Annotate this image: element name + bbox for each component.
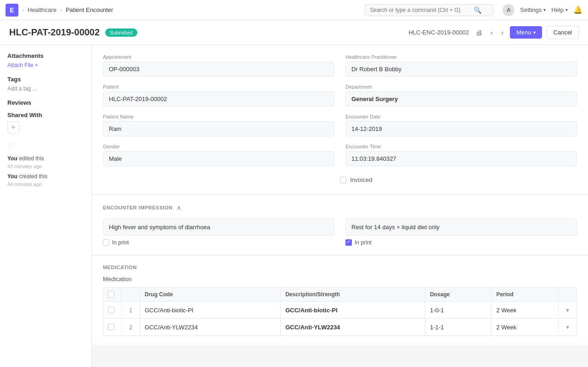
encounter-time-label: Encounter Time: [345, 144, 577, 149]
sidebar: Attachments Attach File + Tags Add a tag…: [0, 45, 92, 367]
row-drug-code-0: GCC/Anti-biotic-PI: [140, 302, 281, 319]
medication-table: Drug Code Description/Strength Dosage Pe…: [103, 287, 577, 336]
page-header: HLC-PAT-2019-00002 Submitted HLC-ENC-201…: [0, 20, 588, 45]
help-link[interactable]: Help ▾: [551, 6, 568, 13]
patient-name-value: Ram: [103, 121, 334, 136]
gender-field: Gender Male: [103, 144, 334, 166]
col-num: [122, 288, 140, 302]
row-checkbox-0[interactable]: [108, 307, 114, 313]
col-actions: [559, 288, 577, 302]
treatment-print-row: In print: [345, 239, 577, 246]
row-drug-code-1: GCC/Anti-YLW2234: [140, 319, 281, 336]
status-badge: Submitted: [105, 28, 137, 37]
patient-value: HLC-PAT-2019-00002: [103, 91, 334, 107]
gender-label: Gender: [103, 144, 334, 149]
tags-title: Tags: [7, 76, 84, 83]
shared-with-title: Shared With: [7, 112, 84, 119]
medication-section-title: MEDICATION: [103, 265, 577, 270]
complaint-field: High fever and symptoms of diarrhoea In …: [103, 219, 334, 246]
practitioner-label: Healthcare Practitioner: [345, 54, 577, 60]
complaint-print-checkbox[interactable]: [103, 239, 109, 246]
col-checkbox: [103, 288, 122, 302]
breadcrumb-healthcare[interactable]: Healthcare: [28, 6, 57, 13]
encounter-date-value: 14-12-2019: [345, 121, 577, 136]
department-value: General Surgery: [345, 91, 577, 107]
row-description-0: GCC/Anti-biotic-PI: [281, 302, 425, 319]
encounter-impression-title: ENCOUNTER IMPRESSION: [103, 205, 173, 210]
row-dropdown-1[interactable]: ▾: [563, 322, 572, 332]
breadcrumb-chevron1: ›: [22, 7, 24, 13]
attach-file-action[interactable]: Attach File +: [7, 62, 84, 68]
treatment-field: Rest for 14 days + liquid diet only In p…: [345, 219, 577, 246]
search-icon: 🔍: [474, 6, 481, 14]
complaint-value: High fever and symptoms of diarrhoea: [103, 219, 334, 236]
prev-button[interactable]: ‹: [489, 27, 495, 38]
medication-sub-title: Medication: [103, 276, 577, 282]
row-num-1: 2: [122, 319, 140, 336]
invoiced-checkbox[interactable]: [340, 177, 346, 183]
patient-name-label: Patient Name: [103, 114, 334, 119]
main-content: Appointment OP-000003 Healthcare Practit…: [92, 45, 588, 367]
form-grid: Appointment OP-000003 Healthcare Practit…: [103, 54, 577, 166]
treatment-value: Rest for 14 days + liquid diet only: [345, 219, 577, 236]
table-header-row: Drug Code Description/Strength Dosage Pe…: [103, 288, 577, 302]
row-period-0: 2 Week: [492, 302, 559, 319]
treatment-print-checkbox[interactable]: [345, 239, 352, 246]
breadcrumb-patient-encounter: Patient Encounter: [66, 6, 113, 13]
row-dropdown-0[interactable]: ▾: [563, 305, 572, 315]
notification-bell-icon[interactable]: 🔔: [573, 6, 582, 14]
col-description: Description/Strength: [281, 288, 425, 302]
col-dosage: Dosage: [425, 288, 492, 302]
add-tag-action[interactable]: Add a tag ...: [7, 85, 84, 92]
print-button[interactable]: 🖨: [474, 27, 484, 38]
search-bar[interactable]: 🔍: [365, 4, 493, 16]
col-period: Period: [492, 288, 559, 302]
menu-button[interactable]: Menu ▾: [510, 26, 542, 39]
patient-name-field: Patient Name Ram: [103, 114, 334, 136]
encounter-form-card: Appointment OP-000003 Healthcare Practit…: [92, 45, 588, 195]
avatar: A: [503, 4, 514, 16]
table-row: 2 GCC/Anti-YLW2234 GCC/Anti-YLW2234 1-1-…: [103, 319, 577, 336]
layout: Attachments Attach File + Tags Add a tag…: [0, 45, 588, 367]
encounter-impression-header: ENCOUNTER IMPRESSION ∧: [103, 204, 577, 211]
row-dosage-0: 1-0-1: [425, 302, 492, 319]
impression-grid: High fever and symptoms of diarrhoea In …: [103, 219, 577, 246]
navbar: E › Healthcare › Patient Encounter 🔍 A S…: [0, 0, 588, 20]
activity-item-1: You edited this 43 minutes ago: [7, 154, 84, 170]
practitioner-value: Dr Robert B Bobby: [345, 62, 577, 77]
practitioner-field: Healthcare Practitioner Dr Robert B Bobb…: [345, 54, 577, 77]
row-period-1: 2 Week: [492, 319, 559, 336]
encounter-time-value: 11:03:19.840327: [345, 151, 577, 166]
encounter-time-field: Encounter Time 11:03:19.840327: [345, 144, 577, 166]
select-all-checkbox[interactable]: [108, 291, 114, 298]
department-label: Department: [345, 84, 577, 90]
col-drug-code: Drug Code: [140, 288, 281, 302]
cancel-button[interactable]: Cancel: [547, 26, 579, 39]
next-button[interactable]: ›: [499, 27, 505, 38]
encounter-impression-card: ENCOUNTER IMPRESSION ∧ High fever and sy…: [92, 195, 588, 255]
patient-field: Patient HLC-PAT-2019-00002: [103, 84, 334, 107]
encounter-id: HLC-ENC-2019-00002: [408, 29, 469, 36]
search-input[interactable]: [370, 7, 471, 13]
settings-link[interactable]: Settings ▾: [520, 6, 546, 13]
reviews-title: Reviews: [7, 99, 84, 106]
row-num-0: 1: [122, 302, 140, 319]
invoiced-field: Invoiced: [340, 175, 577, 185]
breadcrumb-chevron2: ›: [60, 7, 62, 13]
app-logo: E: [6, 4, 18, 17]
row-description-1: GCC/Anti-YLW2234: [281, 319, 425, 336]
activity-item-2: You created this 44 minutes ago: [7, 172, 84, 188]
like-icon[interactable]: ♡: [7, 141, 84, 151]
patient-label: Patient: [103, 84, 334, 90]
encounter-impression-toggle[interactable]: ∧: [176, 204, 181, 211]
row-dosage-1: 1-1-1: [425, 319, 492, 336]
complaint-print-row: In print: [103, 239, 334, 246]
invoiced-label: Invoiced: [350, 176, 372, 183]
shared-with-add-button[interactable]: +: [7, 121, 19, 133]
attachments-title: Attachments: [7, 52, 84, 59]
appointment-value: OP-000003: [103, 62, 334, 77]
page-title: HLC-PAT-2019-00002: [9, 27, 100, 38]
gender-value: Male: [103, 151, 334, 166]
header-actions: HLC-ENC-2019-00002 🖨 ‹ › Menu ▾ Cancel: [408, 26, 579, 39]
row-checkbox-1[interactable]: [108, 324, 114, 330]
